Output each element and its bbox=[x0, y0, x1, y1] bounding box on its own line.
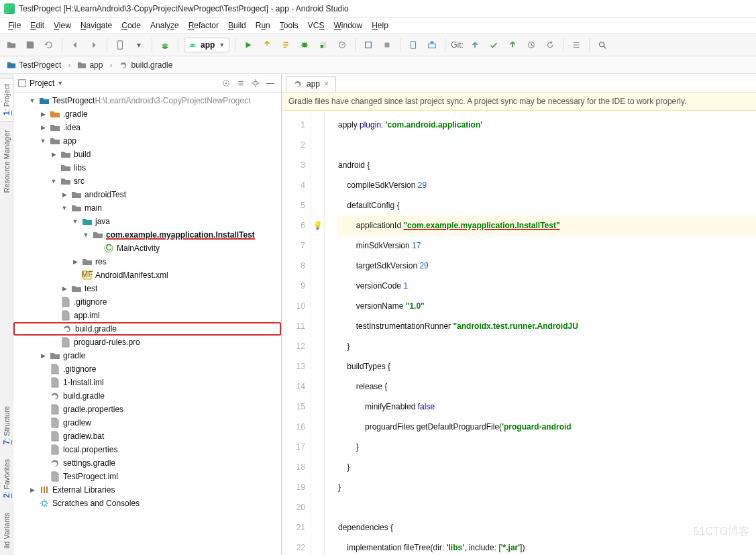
menu-vcs[interactable]: VCS bbox=[304, 19, 329, 32]
vcs-push-button[interactable] bbox=[505, 38, 520, 52]
tree-row[interactable]: build.gradle bbox=[13, 322, 281, 336]
tree-row[interactable]: app.iml bbox=[13, 309, 281, 322]
code-area[interactable]: apply plugin: 'com.android.application' … bbox=[325, 111, 756, 555]
tree-row[interactable]: ▶.idea bbox=[13, 121, 281, 134]
tree-arrow-icon[interactable]: ▶ bbox=[50, 151, 58, 158]
locate-button[interactable] bbox=[219, 77, 233, 90]
tree-row[interactable]: gradlew.bat bbox=[13, 430, 281, 443]
menu-file[interactable]: File bbox=[4, 19, 25, 32]
avd-manager-button[interactable] bbox=[406, 38, 421, 52]
tree-row[interactable]: settings.gradle bbox=[13, 456, 281, 470]
dropdown-caret-icon[interactable]: ▾ bbox=[131, 38, 146, 52]
editor-body[interactable]: 12345678910111213141516171819202122 💡 ap… bbox=[282, 111, 756, 555]
coverage-button[interactable] bbox=[316, 38, 331, 52]
hide-button[interactable]: — bbox=[264, 77, 277, 90]
tree-arrow-icon[interactable]: ▶ bbox=[71, 258, 79, 265]
tree-row[interactable]: CMainActivity bbox=[13, 242, 281, 255]
menu-tools[interactable]: Tools bbox=[276, 19, 303, 32]
tree-arrow-icon[interactable]: ▼ bbox=[60, 205, 68, 211]
gradle-sync-notice[interactable]: Gradle files have changed since last pro… bbox=[282, 93, 756, 111]
tree-arrow-icon[interactable]: ▼ bbox=[28, 97, 36, 104]
menu-build[interactable]: Build bbox=[224, 19, 250, 32]
menu-edit[interactable]: Edit bbox=[26, 19, 48, 32]
close-tab-icon[interactable]: × bbox=[324, 79, 329, 89]
back-button[interactable] bbox=[68, 38, 83, 52]
tool-tab-build-variants[interactable]: ild Variants bbox=[1, 507, 13, 555]
vcs-rollback-button[interactable] bbox=[543, 38, 557, 52]
tree-row[interactable]: 1-Install.iml bbox=[13, 376, 281, 389]
tree-arrow-icon[interactable]: ▼ bbox=[50, 178, 58, 185]
tree-row[interactable]: ▶gradle bbox=[13, 349, 281, 362]
menu-analyze[interactable]: Analyze bbox=[146, 19, 183, 32]
tree-arrow-icon[interactable]: ▶ bbox=[39, 124, 47, 131]
menu-view[interactable]: View bbox=[50, 19, 75, 32]
project-tree[interactable]: ▼TestProgect H:\LearnAndroid\3-CopyProje… bbox=[13, 93, 281, 555]
tree-arrow-icon[interactable]: ▶ bbox=[28, 487, 36, 493]
tree-row[interactable]: libs bbox=[13, 161, 281, 174]
tree-arrow-icon[interactable]: ▶ bbox=[60, 191, 68, 198]
menu-refactor[interactable]: Refactor bbox=[184, 19, 223, 32]
tool-tab-favorites[interactable]: 2: Favorites bbox=[0, 453, 13, 504]
search-button[interactable] bbox=[595, 38, 610, 52]
vcs-commit-button[interactable] bbox=[486, 38, 501, 52]
debug-button[interactable] bbox=[297, 38, 312, 52]
tree-arrow-icon[interactable]: ▶ bbox=[39, 111, 47, 117]
tree-row[interactable]: .gitignore bbox=[13, 362, 281, 376]
sdk-manager-button[interactable] bbox=[425, 38, 439, 52]
tree-row[interactable]: ▼TestProgect H:\LearnAndroid\3-CopyProje… bbox=[13, 94, 281, 107]
tree-row[interactable]: ▶res bbox=[13, 255, 281, 268]
attach-debugger-button[interactable] bbox=[361, 38, 376, 52]
forward-button[interactable] bbox=[87, 38, 101, 52]
tree-row[interactable]: gradle.properties bbox=[13, 403, 281, 416]
apply-code-changes-button[interactable] bbox=[278, 38, 293, 52]
lightbulb-icon[interactable]: 💡 bbox=[313, 221, 323, 230]
menu-help[interactable]: Help bbox=[368, 19, 392, 32]
tree-row[interactable]: ▶External Libraries bbox=[13, 483, 281, 497]
tree-row[interactable]: MFAndroidManifest.xml bbox=[13, 268, 281, 282]
tree-row[interactable]: ▶.gradle bbox=[13, 107, 281, 121]
tree-row[interactable]: ▼main bbox=[13, 201, 281, 215]
tree-row[interactable]: ▶test bbox=[13, 282, 281, 295]
tree-row[interactable]: ▼java bbox=[13, 215, 281, 228]
tree-row[interactable]: local.properties bbox=[13, 443, 281, 456]
run-configuration-selector[interactable]: app ▼ bbox=[184, 38, 229, 52]
vcs-history-button[interactable] bbox=[524, 38, 539, 52]
tree-row[interactable]: Scratches and Consoles bbox=[13, 497, 281, 510]
select-device-button[interactable] bbox=[113, 38, 127, 52]
build-button[interactable] bbox=[158, 38, 172, 52]
editor-tab-active[interactable]: app × bbox=[286, 76, 336, 92]
tool-tab-structure[interactable]: 7: Structure bbox=[0, 400, 13, 450]
menu-window[interactable]: Window bbox=[329, 19, 366, 32]
refresh-button[interactable] bbox=[42, 38, 56, 52]
tree-row[interactable]: proguard-rules.pro bbox=[13, 336, 281, 349]
collapse-all-button[interactable] bbox=[234, 77, 248, 90]
tree-row[interactable]: .gitignore bbox=[13, 295, 281, 309]
tool-tab-project[interactable]: 1: Project bbox=[0, 78, 13, 121]
tree-arrow-icon[interactable]: ▼ bbox=[71, 218, 79, 225]
settings-button[interactable] bbox=[249, 77, 262, 90]
tree-row[interactable]: ▶build bbox=[13, 148, 281, 161]
open-button[interactable] bbox=[4, 38, 19, 52]
structure-button[interactable] bbox=[569, 38, 584, 52]
save-button[interactable] bbox=[23, 38, 38, 52]
vcs-update-button[interactable] bbox=[468, 38, 482, 52]
tree-row[interactable]: ▼src bbox=[13, 174, 281, 188]
profiler-button[interactable] bbox=[335, 38, 349, 52]
breadcrumb-module[interactable]: app bbox=[74, 59, 105, 71]
tree-row[interactable]: ▶androidTest bbox=[13, 188, 281, 201]
tree-arrow-icon[interactable]: ▼ bbox=[39, 138, 47, 144]
tool-tab-resource-manager[interactable]: Resource Manager bbox=[1, 124, 13, 199]
tree-row[interactable]: gradlew bbox=[13, 416, 281, 430]
tree-row[interactable]: build.gradle bbox=[13, 389, 281, 403]
project-view-selector[interactable]: Project ▼ bbox=[17, 79, 215, 88]
breadcrumb-root[interactable]: TestProgect bbox=[4, 59, 64, 71]
tree-arrow-icon[interactable]: ▶ bbox=[60, 285, 68, 292]
menu-run[interactable]: Run bbox=[252, 19, 274, 32]
tree-arrow-icon[interactable]: ▼ bbox=[82, 232, 90, 238]
apply-changes-button[interactable] bbox=[260, 38, 274, 52]
tree-row[interactable]: ▼com.example.myapplication.InstallTest bbox=[13, 228, 281, 242]
tree-row[interactable]: ▼app bbox=[13, 134, 281, 148]
stop-button[interactable] bbox=[380, 38, 394, 52]
run-button[interactable] bbox=[241, 38, 256, 52]
tree-row[interactable]: TestProgect.iml bbox=[13, 470, 281, 483]
